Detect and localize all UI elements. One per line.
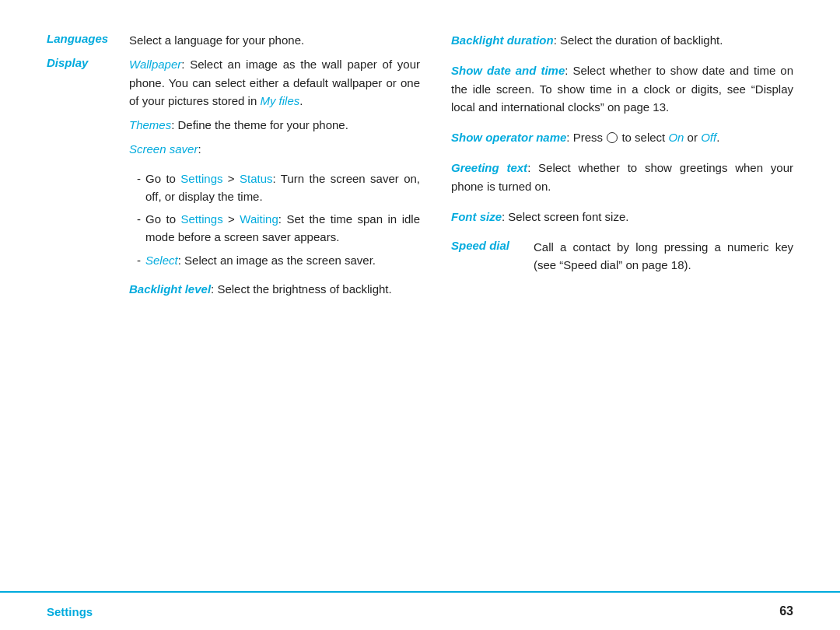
bullet-item-3: - Select: Select an image as the screen … (137, 251, 420, 269)
b1-status: Status (240, 172, 273, 185)
show-operator-or: or (684, 131, 701, 144)
languages-text: Select a language for your phone. (129, 31, 420, 49)
show-operator-text2: to select (618, 131, 668, 144)
left-column: Languages Select a language for your pho… (47, 31, 420, 568)
bullet-item-2: - Go to Settings > Waiting: Set the time… (137, 210, 420, 247)
content-area: Languages Select a language for your pho… (47, 31, 793, 568)
themes-label: Themes (129, 118, 171, 131)
speed-dial-content: Call a contact by long pressing a numeri… (534, 238, 793, 275)
screen-saver-content: Screen saver: (129, 140, 420, 158)
b2-waiting: Waiting (240, 212, 278, 226)
wallpaper-label: Wallpaper (129, 58, 181, 71)
b2-prefix: Go to (145, 212, 180, 226)
themes-spacer (47, 116, 117, 134)
show-operator-on: On (668, 131, 684, 144)
screen-saver-label: Screen saver (129, 142, 198, 156)
screen-saver-row: Screen saver: (47, 140, 420, 158)
screen-saver-spacer (47, 140, 117, 158)
backlight-level-content: Backlight level: Select the brightness o… (129, 280, 420, 298)
backlight-duration-label: Backlight duration (451, 33, 554, 47)
backlight-level-label2: level (185, 282, 211, 296)
languages-row: Languages Select a language for your pho… (47, 31, 420, 49)
show-operator-off: Off (701, 131, 716, 144)
backlight-level-text: : Select the brightness of backlight. (211, 282, 392, 296)
greeting-block: Greeting text: Select whether to show gr… (451, 159, 793, 195)
footer: Settings 63 (0, 591, 840, 630)
bullet-list-row: - Go to Settings > Status: Turn the scre… (47, 166, 420, 274)
themes-text: : Define the theme for your phone. (171, 118, 348, 131)
show-operator-label: Show operator name (451, 131, 566, 144)
footer-page-number: 63 (779, 604, 793, 618)
bullet-item-1: - Go to Settings > Status: Turn the scre… (137, 170, 420, 206)
speed-dial-row: Speed dial Call a contact by long pressi… (451, 238, 793, 275)
my-files-label: My files (260, 94, 299, 107)
b1-settings: Settings (180, 172, 222, 185)
page: Languages Select a language for your pho… (0, 0, 840, 630)
show-operator-block: Show operator name: Press to select On o… (451, 128, 793, 146)
themes-row: Themes: Define the theme for your phone. (47, 116, 420, 134)
display-row: Display Wallpaper: Select an image as th… (47, 55, 420, 110)
speed-dial-label: Speed dial (451, 238, 521, 275)
backlight-level-spacer (47, 280, 117, 298)
backlight-duration-text: : Select the duration of backlight. (554, 33, 723, 47)
show-operator-text: : Press (566, 131, 606, 144)
font-label: Font size (451, 210, 502, 223)
circle-icon (607, 132, 618, 143)
bullet-spacer (47, 166, 117, 274)
b3-select: Select (145, 254, 178, 267)
font-size-block: Font size: Select screen font size. (451, 208, 793, 226)
b2-settings: Settings (180, 212, 222, 226)
greeting-label: Greeting text (451, 161, 527, 174)
font-text: : Select screen font size. (502, 210, 628, 223)
show-date-block: Show date and time: Select whether to sh… (451, 61, 793, 116)
b3-text: : Select an image as the screen saver. (178, 254, 376, 267)
themes-content: Themes: Define the theme for your phone. (129, 116, 420, 134)
backlight-duration-block: Backlight duration: Select the duration … (451, 31, 793, 49)
languages-label: Languages (47, 31, 117, 49)
backlight-level-row: Backlight level: Select the brightness o… (47, 280, 420, 298)
b1-prefix: Go to (145, 172, 180, 185)
show-date-label: Show date and time (451, 64, 565, 77)
backlight-label: Backlight (129, 282, 182, 296)
display-content: Wallpaper: Select an image as the wall p… (129, 55, 420, 110)
right-column: Backlight duration: Select the duration … (451, 31, 793, 568)
bullet-content: - Go to Settings > Status: Turn the scre… (129, 166, 420, 274)
footer-settings-label: Settings (47, 605, 93, 618)
bullet-list: - Go to Settings > Status: Turn the scre… (129, 170, 420, 269)
display-label: Display (47, 55, 117, 110)
